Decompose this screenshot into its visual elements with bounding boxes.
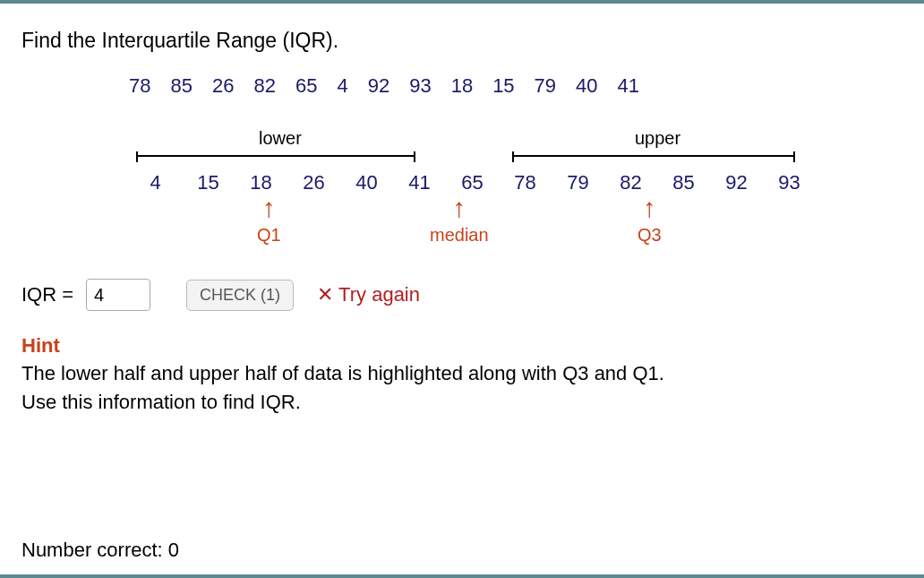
data-value: 40 (576, 74, 597, 98)
upper-bracket (512, 155, 795, 166)
q3-label: Q3 (637, 225, 662, 246)
data-value: 85 (170, 74, 192, 98)
feedback-text: Try again (338, 283, 420, 306)
sorted-value: 82 (604, 171, 657, 194)
check-button[interactable]: CHECK (1) (186, 280, 294, 311)
sorted-value: 4 (129, 171, 182, 194)
data-value: 41 (618, 74, 639, 98)
upper-half-label: upper (635, 128, 680, 149)
x-icon: ✕ (317, 283, 333, 306)
data-value: 4 (337, 74, 347, 98)
sorted-value: 40 (340, 171, 393, 194)
median-marker: ↑ median (430, 198, 489, 246)
exercise-frame: Find the Interquartile Range (IQR). 78 8… (0, 0, 924, 578)
q1-marker: ↑ Q1 (257, 198, 281, 246)
data-value: 65 (295, 74, 317, 98)
q3-marker: ↑ Q3 (637, 198, 662, 246)
sorted-diagram: lower upper 4 15 18 26 40 41 65 78 79 82… (129, 128, 827, 272)
arrow-up-icon: ↑ (430, 198, 489, 218)
sorted-value: 65 (446, 171, 499, 194)
hint-body: The lower half and upper half of data is… (21, 359, 903, 417)
median-label: median (430, 225, 489, 246)
feedback-message: ✕ Try again (317, 283, 420, 306)
iqr-label: IQR = (21, 283, 73, 306)
data-value: 79 (535, 74, 556, 98)
data-value: 82 (253, 74, 275, 98)
sorted-data-row: 4 15 18 26 40 41 65 78 79 82 85 92 93 (129, 171, 809, 194)
iqr-input[interactable] (86, 279, 150, 311)
data-value: 15 (492, 74, 514, 98)
arrow-up-icon: ↑ (637, 198, 662, 218)
prompt-text: Find the Interquartile Range (IQR). (21, 29, 903, 53)
arrow-up-icon: ↑ (257, 198, 281, 218)
data-value: 93 (409, 74, 431, 98)
q1-label: Q1 (257, 225, 281, 246)
data-value: 92 (368, 74, 389, 98)
score-footer: Number correct: 0 (21, 539, 179, 562)
sorted-value: 93 (763, 171, 816, 194)
unsorted-data-row: 78 85 26 82 65 4 92 93 18 15 79 40 41 (129, 74, 903, 98)
answer-row: IQR = CHECK (1) ✕ Try again (21, 279, 903, 311)
sorted-value: 78 (499, 171, 552, 194)
data-value: 78 (129, 74, 150, 98)
hint-line: Use this information to find IQR. (21, 388, 903, 417)
sorted-value: 92 (710, 171, 763, 194)
lower-half-label: lower (259, 128, 302, 149)
sorted-value: 85 (657, 171, 710, 194)
data-value: 18 (451, 74, 473, 98)
sorted-value: 15 (182, 171, 235, 194)
lower-bracket (136, 155, 415, 166)
sorted-value: 41 (393, 171, 446, 194)
sorted-value: 18 (235, 171, 287, 194)
sorted-value: 79 (552, 171, 604, 194)
hint-title: Hint (21, 334, 903, 358)
hint-line: The lower half and upper half of data is… (21, 359, 903, 388)
hint-block: Hint The lower half and upper half of da… (21, 334, 903, 417)
sorted-value: 26 (287, 171, 340, 194)
data-value: 26 (212, 74, 234, 98)
